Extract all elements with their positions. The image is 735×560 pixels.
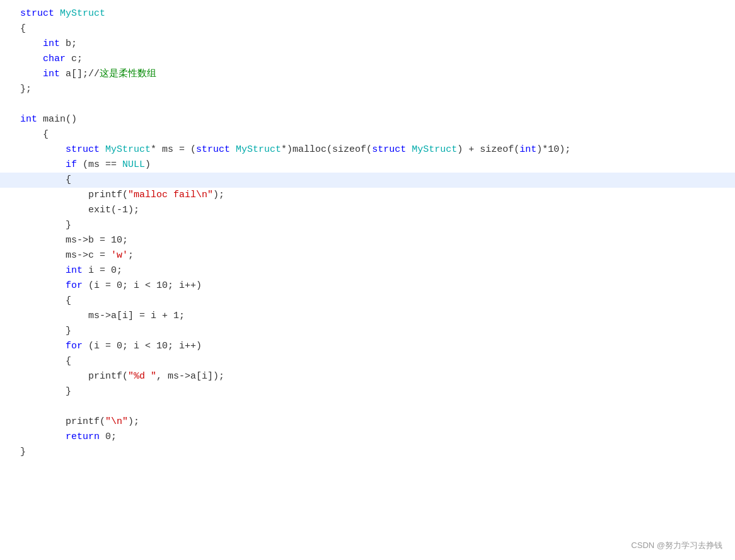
token: 0;: [100, 431, 117, 442]
code-line: {: [0, 294, 735, 309]
code-line: printf("\n");: [0, 414, 735, 430]
line-content: return 0;: [20, 430, 735, 445]
token: ) + sizeof(: [457, 144, 519, 155]
token: char: [43, 54, 66, 64]
token: ms->b = 10;: [66, 235, 128, 246]
line-content: printf("malloc fail\n");: [20, 188, 735, 203]
token: c;: [66, 54, 83, 64]
line-content: }: [20, 324, 735, 339]
token: {: [66, 356, 71, 367]
line-content: struct MyStruct* ms = (struct MyStruct*)…: [20, 142, 735, 157]
line-content: struct MyStruct: [20, 6, 735, 21]
token: int: [20, 114, 37, 125]
code-line: return 0;: [0, 430, 735, 445]
code-line: ms->b = 10;: [0, 233, 735, 248]
line-content: {: [20, 21, 735, 37]
token: {: [20, 23, 26, 34]
token: *)malloc(sizeof(: [281, 144, 372, 155]
code-line: [0, 399, 735, 414]
code-line: {: [0, 354, 735, 369]
line-content: for (i = 0; i < 10; i++): [20, 278, 735, 294]
token: {: [66, 174, 71, 185]
token: "%d ": [128, 371, 156, 382]
line-content: exit(-1);: [20, 203, 735, 218]
line-content: for (i = 0; i < 10; i++): [20, 339, 735, 354]
token: }: [20, 447, 26, 457]
watermark: CSDN @努力学习去挣钱: [631, 539, 722, 552]
token: ;: [128, 250, 134, 261]
token: }: [66, 326, 71, 336]
token: , ms->a[i]);: [156, 371, 224, 382]
token: MyStruct: [60, 8, 105, 19]
code-line: ms->a[i] = i + 1;: [0, 309, 735, 324]
code-line: {: [0, 173, 735, 188]
line-content: };: [20, 82, 735, 97]
token: struct: [20, 8, 60, 19]
code-line: int i = 0;: [0, 263, 735, 278]
token: (ms ==: [77, 159, 122, 170]
token: }: [66, 386, 71, 397]
line-content: int i = 0;: [20, 263, 735, 278]
line-content: ms->b = 10;: [20, 233, 735, 248]
token: MyStruct: [412, 144, 457, 155]
line-content: if (ms == NULL): [20, 157, 735, 173]
code-line: for (i = 0; i < 10; i++): [0, 278, 735, 294]
token: {: [66, 295, 71, 306]
token: ): [145, 159, 151, 170]
token: return: [66, 431, 100, 442]
token: int: [43, 38, 60, 49]
token: 'w': [111, 250, 128, 261]
token: a[];//: [60, 69, 100, 79]
code-line: {: [0, 21, 735, 37]
token: );: [213, 190, 224, 200]
code-line: struct MyStruct: [0, 6, 735, 21]
token: struct: [66, 144, 105, 155]
code-container: struct MyStruct{ int b; char c; int a[];…: [0, 0, 735, 560]
line-content: ms->a[i] = i + 1;: [20, 309, 735, 324]
token: struct: [372, 144, 412, 155]
code-line: int main(): [0, 112, 735, 127]
line-content: {: [20, 294, 735, 309]
code-line: };: [0, 82, 735, 97]
token: (-1);: [111, 205, 139, 215]
token: printf(: [66, 416, 105, 427]
code-line: exit(-1);: [0, 203, 735, 218]
line-content: }: [20, 218, 735, 233]
code-line: struct MyStruct* ms = (struct MyStruct*)…: [0, 142, 735, 157]
token: MyStruct: [236, 144, 281, 155]
token: MyStruct: [105, 144, 151, 155]
line-content: char c;: [20, 52, 735, 67]
token: int: [43, 69, 60, 79]
code-line: {: [0, 127, 735, 142]
token: * ms = (: [151, 144, 196, 155]
token: for: [66, 280, 83, 291]
token: printf(: [88, 371, 128, 382]
line-content: int main(): [20, 112, 735, 127]
token: NULL: [122, 159, 145, 170]
code-line: }: [0, 218, 735, 233]
code-line: }: [0, 324, 735, 339]
code-line: [0, 97, 735, 112]
token: struct: [196, 144, 236, 155]
code-line: ms->c = 'w';: [0, 248, 735, 263]
line-content: printf("\n");: [20, 414, 735, 430]
line-content: int b;: [20, 37, 735, 52]
code-line: }: [0, 445, 735, 460]
token: if: [66, 159, 77, 170]
token: for: [66, 341, 83, 351]
token: int: [66, 265, 83, 276]
token: ms->c =: [66, 250, 111, 261]
token: );: [128, 416, 139, 427]
token: {: [43, 129, 49, 140]
code-line: for (i = 0; i < 10; i++): [0, 339, 735, 354]
line-content: }: [20, 445, 735, 460]
line-content: {: [20, 173, 735, 188]
code-line: if (ms == NULL): [0, 157, 735, 173]
code-line: int a[];//这是柔性数组: [0, 67, 735, 82]
code-line: printf("%d ", ms->a[i]);: [0, 369, 735, 384]
token: "\n": [105, 416, 128, 427]
line-content: printf("%d ", ms->a[i]);: [20, 369, 735, 384]
line-content: {: [20, 127, 735, 142]
code-line: }: [0, 384, 735, 399]
token: }: [66, 220, 71, 231]
